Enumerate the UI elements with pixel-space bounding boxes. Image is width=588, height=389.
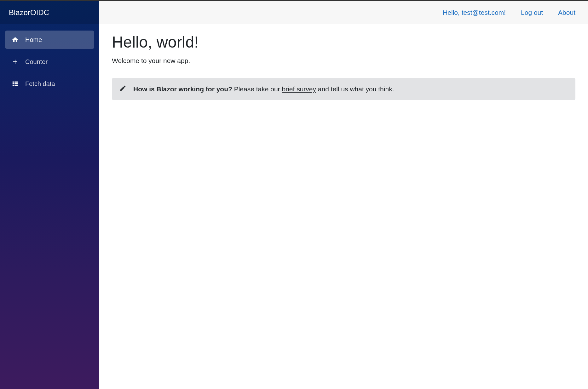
pencil-icon: [119, 85, 126, 93]
survey-bold: How is Blazor working for you?: [133, 85, 232, 93]
sidebar-item-home[interactable]: Home: [5, 31, 94, 49]
sidebar-item-counter[interactable]: Counter: [5, 53, 94, 71]
welcome-text: Welcome to your new app.: [112, 57, 575, 65]
list-icon: [11, 80, 19, 88]
about-link[interactable]: About: [558, 9, 575, 16]
survey-text: How is Blazor working for you? Please ta…: [133, 85, 394, 93]
svg-rect-5: [14, 85, 18, 86]
app-brand-label: BlazorOIDC: [9, 8, 49, 17]
svg-rect-2: [13, 83, 14, 84]
survey-lead: Please take our: [232, 85, 282, 93]
logout-link[interactable]: Log out: [521, 9, 543, 16]
sidebar-item-fetch-data[interactable]: Fetch data: [5, 75, 94, 93]
content: Hello, world! Welcome to your new app. H…: [99, 24, 588, 109]
survey-link[interactable]: brief survey: [282, 85, 316, 93]
sidebar: BlazorOIDC Home Counter Fetch data: [0, 1, 99, 389]
svg-rect-3: [14, 83, 18, 84]
svg-rect-0: [13, 82, 14, 83]
svg-rect-1: [14, 82, 18, 83]
sidebar-item-label: Counter: [25, 58, 48, 66]
sidebar-item-label: Home: [25, 36, 42, 43]
page-title: Hello, world!: [112, 33, 575, 51]
svg-rect-4: [13, 85, 14, 86]
sidebar-item-label: Fetch data: [25, 80, 55, 88]
survey-alert: How is Blazor working for you? Please ta…: [112, 78, 575, 100]
plus-icon: [11, 58, 19, 66]
top-row: Hello, test@test.com! Log out About: [99, 1, 588, 24]
app-brand[interactable]: BlazorOIDC: [0, 1, 99, 24]
sidebar-nav: Home Counter Fetch data: [0, 24, 99, 99]
home-icon: [11, 36, 19, 43]
main-area: Hello, test@test.com! Log out About Hell…: [99, 1, 588, 389]
user-greeting-link[interactable]: Hello, test@test.com!: [443, 9, 506, 16]
survey-tail: and tell us what you think.: [316, 85, 394, 93]
